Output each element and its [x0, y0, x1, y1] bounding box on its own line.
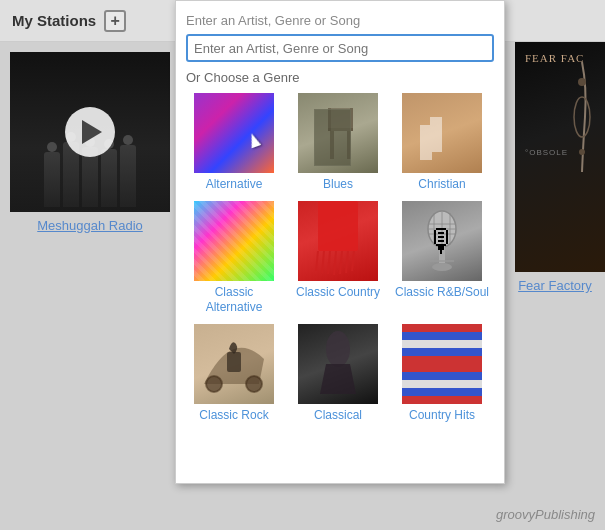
svg-rect-6	[328, 108, 331, 131]
genre-item-classic-randb[interactable]: Classic R&B/Soul	[394, 201, 490, 316]
genre-thumb-classic-rock	[194, 324, 274, 404]
svg-line-14	[340, 251, 342, 274]
genre-item-classic-country[interactable]: Classic Country	[290, 201, 386, 316]
cursor-icon	[247, 132, 261, 149]
svg-line-11	[322, 251, 324, 273]
svg-rect-4	[330, 131, 334, 159]
ff-album-cover: FEAr FAc °OBSOLE	[515, 42, 605, 272]
band-figure	[101, 149, 117, 207]
svg-point-0	[574, 97, 590, 137]
station-item-meshuggah[interactable]: Meshuggah Radio	[10, 52, 170, 233]
country-fringe-art	[298, 201, 378, 281]
svg-point-1	[578, 78, 586, 86]
genre-thumb-classic-alt	[194, 201, 274, 281]
ff-spine-art	[567, 57, 597, 177]
genre-thumb-christian	[402, 93, 482, 173]
genre-name-country-hits: Country Hits	[409, 408, 475, 424]
rock-art	[194, 324, 274, 404]
genre-thumb-alternative	[194, 93, 274, 173]
band-figure	[120, 145, 136, 207]
country-hits-pattern	[402, 324, 482, 404]
artist-genre-search-input[interactable]	[186, 34, 494, 62]
watermark: groovyPublishing	[496, 507, 595, 522]
genre-thumb-blues	[298, 93, 378, 173]
genre-thumb-classic-randb	[402, 201, 482, 281]
genre-grid: Alternative Blues	[186, 93, 494, 423]
svg-point-19	[432, 263, 452, 271]
genre-item-christian[interactable]: Christian	[394, 93, 490, 193]
svg-point-28	[246, 376, 262, 392]
genre-section-label: Or Choose a Genre	[186, 70, 494, 85]
genre-name-classic-randb: Classic R&B/Soul	[395, 285, 489, 301]
svg-rect-3	[328, 128, 353, 131]
genre-name-classic-rock: Classic Rock	[199, 408, 268, 424]
station-item-fearfactory[interactable]: FEAr FAc °OBSOLE Fear Factory	[515, 42, 605, 293]
add-station-button[interactable]: +	[104, 10, 126, 32]
genre-item-alternative[interactable]: Alternative	[186, 93, 282, 193]
svg-line-15	[346, 251, 348, 273]
genre-name-classic-country: Classic Country	[296, 285, 380, 301]
genre-name-classic-alt: Classic Alternative	[186, 285, 282, 316]
svg-point-27	[206, 376, 222, 392]
microphone-art	[424, 209, 460, 273]
svg-rect-29	[227, 352, 241, 372]
genre-item-country-hits[interactable]: Country Hits	[394, 324, 490, 424]
svg-line-16	[352, 251, 354, 271]
svg-rect-9	[318, 201, 358, 251]
station-thumb-meshuggah	[10, 52, 170, 212]
classical-art	[298, 324, 378, 404]
ff-album-subtitle: °OBSOLE	[525, 148, 568, 157]
search-hint-label: Enter an Artist, Genre or Song	[186, 13, 494, 28]
blues-chair-art	[318, 103, 363, 163]
genre-thumb-country-hits	[402, 324, 482, 404]
genre-item-classical[interactable]: Classical	[290, 324, 386, 424]
play-button-overlay[interactable]	[65, 107, 115, 157]
station-name-meshuggah[interactable]: Meshuggah Radio	[10, 218, 170, 233]
genre-thumb-classical	[298, 324, 378, 404]
play-icon	[82, 120, 102, 144]
band-figure	[44, 152, 60, 207]
genre-name-blues: Blues	[323, 177, 353, 193]
svg-rect-8	[328, 108, 353, 128]
genre-name-alternative: Alternative	[206, 177, 263, 193]
genre-name-classical: Classical	[314, 408, 362, 424]
genre-dropdown-panel: Enter an Artist, Genre or Song Or Choose…	[175, 0, 505, 484]
svg-line-12	[328, 251, 330, 274]
station-thumb-fearfactory: FEAr FAc °OBSOLE	[515, 42, 605, 272]
svg-line-10	[316, 251, 318, 271]
genre-scroll-container[interactable]: Alternative Blues	[186, 93, 494, 473]
station-name-fearfactory[interactable]: Fear Factory	[515, 278, 595, 293]
genre-item-classic-alt[interactable]: Classic Alternative	[186, 201, 282, 316]
genre-item-classic-rock[interactable]: Classic Rock	[186, 324, 282, 424]
genre-name-christian: Christian	[418, 177, 465, 193]
genre-item-blues[interactable]: Blues	[290, 93, 386, 193]
genre-thumb-classic-country	[298, 201, 378, 281]
stations-title: My Stations	[12, 12, 96, 29]
svg-point-2	[579, 149, 585, 155]
svg-line-13	[334, 251, 336, 275]
svg-point-30	[326, 331, 350, 367]
svg-rect-5	[347, 131, 351, 159]
